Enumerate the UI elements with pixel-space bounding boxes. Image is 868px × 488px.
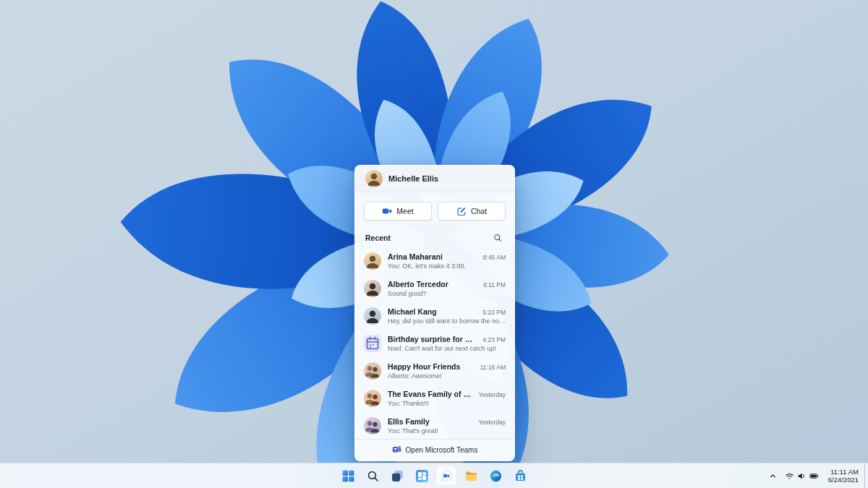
taskbar-center-icons (337, 463, 531, 488)
video-camera-icon (382, 206, 392, 216)
conversation-preview: Alberto: Awesome! (388, 372, 506, 380)
conversation-text: Michael Kang 5:22 PM Hey, did you still … (388, 307, 506, 325)
store-button[interactable] (509, 466, 531, 486)
calendar-icon (364, 335, 381, 352)
search-icon (367, 470, 379, 482)
quick-actions: Meet Chat (355, 192, 514, 228)
conversation-name: Michael Kang (388, 307, 437, 316)
taskbar: 11:11 AM 6/24/2021 (0, 463, 868, 488)
conversation-list: Arina Maharani 8:45 AM You: OK, let's ma… (355, 247, 514, 439)
meet-button[interactable]: Meet (364, 202, 432, 221)
conversation-row-alberto[interactable]: Alberto Tercedor 6:11 PM Sound good? (355, 275, 514, 302)
person-avatar (364, 307, 381, 325)
conversation-row-ellis-family[interactable]: Ellis Family Yesterday You: That's great… (355, 412, 514, 439)
group-avatar (364, 390, 381, 407)
open-teams-label: Open Microsoft Teams (406, 446, 478, 454)
conversation-row-evans-family[interactable]: The Evans Family of Supers Yesterday You… (355, 385, 514, 412)
taskbar-clock[interactable]: 11:11 AM 6/24/2021 (822, 466, 864, 486)
conversation-preview: Sound good? (388, 290, 506, 297)
conversation-name: Birthday surprise for Mum (388, 335, 478, 343)
tray-date: 6/24/2021 (828, 476, 859, 484)
show-desktop-button[interactable] (864, 463, 868, 488)
system-tray: 11:11 AM 6/24/2021 (765, 463, 868, 488)
file-explorer-button[interactable] (460, 466, 482, 486)
chat-button[interactable]: Chat (438, 202, 506, 221)
widgets-icon (416, 470, 428, 482)
conversation-preview: Hey, did you still want to borrow the no… (388, 317, 506, 325)
compose-icon (456, 206, 467, 216)
task-view-icon (391, 470, 404, 482)
task-view-button[interactable] (386, 466, 408, 486)
conversation-row-michael[interactable]: Michael Kang 5:22 PM Hey, did you still … (355, 302, 514, 330)
conversation-time: Yesterday (479, 419, 506, 426)
conversation-preview: Noel: Can't wait for our next catch up! (388, 345, 506, 352)
conversation-name: Happy Hour Friends (388, 362, 460, 371)
widgets-button[interactable] (411, 466, 433, 486)
search-icon[interactable] (491, 231, 504, 244)
recent-header: Recent (355, 228, 514, 247)
conversation-text: Happy Hour Friends 11:16 AM Alberto: Awe… (388, 362, 506, 380)
conversation-row-birthday[interactable]: Birthday surprise for Mum 4:23 PM Noel: … (355, 330, 514, 357)
conversation-row-happy-hour[interactable]: Happy Hour Friends 11:16 AM Alberto: Awe… (355, 357, 514, 385)
conversation-text: Alberto Tercedor 6:11 PM Sound good? (388, 280, 506, 297)
windows-logo-icon (342, 470, 354, 482)
conversation-time: Yesterday (479, 391, 506, 398)
tray-time: 11:11 AM (828, 468, 859, 476)
conversation-time: 8:45 AM (483, 254, 506, 261)
profile-header[interactable]: Michelle Ellis (355, 166, 514, 192)
conversation-name: Ellis Family (388, 417, 430, 426)
conversation-preview: You: That's great! (388, 427, 506, 435)
desktop: Michelle Ellis Meet Chat Recent (0, 0, 868, 488)
folder-icon (465, 470, 477, 482)
person-avatar (364, 280, 381, 297)
edge-browser-icon (490, 470, 502, 482)
edge-button[interactable] (485, 466, 506, 486)
conversation-time: 5:22 PM (482, 309, 506, 316)
user-avatar (365, 170, 383, 187)
recent-label: Recent (365, 234, 391, 242)
conversation-time: 11:16 AM (480, 364, 506, 371)
open-teams-link[interactable]: Open Microsoft Teams (355, 439, 514, 461)
start-button[interactable] (337, 466, 359, 486)
battery-icon (809, 471, 819, 481)
volume-icon (797, 471, 807, 481)
chat-button-label: Chat (471, 207, 487, 215)
group-avatar (364, 362, 381, 380)
teams-chat-flyout: Michelle Ellis Meet Chat Recent (354, 165, 515, 461)
wifi-icon (785, 471, 794, 481)
conversation-name: Alberto Tercedor (388, 280, 448, 288)
tray-status-icons[interactable] (781, 466, 822, 486)
search-button[interactable] (362, 466, 383, 486)
chat-button[interactable] (435, 466, 457, 486)
conversation-preview: You: Thanks!!! (388, 400, 506, 407)
conversation-text: Ellis Family Yesterday You: That's great… (388, 417, 506, 435)
teams-logo-icon (392, 445, 401, 455)
person-avatar (364, 252, 381, 270)
conversation-text: The Evans Family of Supers Yesterday You… (388, 390, 506, 407)
conversation-text: Birthday surprise for Mum 4:23 PM Noel: … (388, 335, 506, 352)
conversation-time: 6:11 PM (483, 281, 506, 288)
user-name: Michelle Ellis (388, 174, 438, 183)
store-icon (514, 470, 527, 482)
teams-chat-icon (441, 470, 453, 482)
meet-button-label: Meet (396, 207, 413, 215)
conversation-time: 4:23 PM (482, 336, 506, 343)
chevron-up-icon (768, 471, 778, 481)
conversation-preview: You: OK, let's make it 3:00. (388, 262, 506, 270)
conversation-name: Arina Maharani (388, 252, 443, 261)
conversation-row-arina[interactable]: Arina Maharani 8:45 AM You: OK, let's ma… (355, 247, 514, 275)
group-avatar (364, 417, 381, 435)
conversation-text: Arina Maharani 8:45 AM You: OK, let's ma… (388, 252, 506, 270)
tray-chevron-button[interactable] (765, 466, 781, 486)
conversation-name: The Evans Family of Supers (388, 390, 475, 398)
